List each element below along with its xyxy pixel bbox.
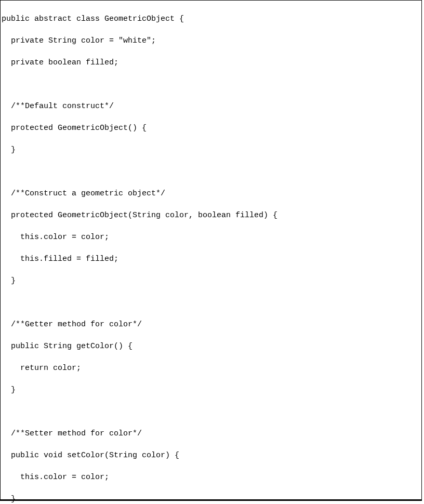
code-line: /**Default construct*/ bbox=[2, 101, 421, 112]
code-line bbox=[2, 79, 421, 90]
code-line: private boolean filled; bbox=[2, 57, 421, 68]
code-line: private String color = "white"; bbox=[2, 35, 421, 46]
code-line: public void setColor(String color) { bbox=[2, 450, 421, 461]
code-line: public String getColor() { bbox=[2, 341, 421, 352]
code-line: } bbox=[2, 144, 421, 155]
code-line: /**Getter method for color*/ bbox=[2, 319, 421, 330]
code-line: return color; bbox=[2, 363, 421, 374]
code-line bbox=[2, 166, 421, 177]
code-line: protected GeometricObject(String color, … bbox=[2, 210, 421, 221]
code-line: this.color = color; bbox=[2, 232, 421, 243]
code-line: } bbox=[2, 384, 421, 395]
code-line: protected GeometricObject() { bbox=[2, 123, 421, 134]
code-line bbox=[2, 297, 421, 308]
code-line: /**Setter method for color*/ bbox=[2, 428, 421, 439]
code-line bbox=[2, 406, 421, 417]
code-line: this.filled = filled; bbox=[2, 254, 421, 264]
code-line: } bbox=[2, 275, 421, 286]
code-line: public abstract class GeometricObject { bbox=[2, 14, 421, 24]
code-block: public abstract class GeometricObject { … bbox=[0, 0, 422, 501]
code-line: this.color = color; bbox=[2, 472, 421, 483]
code-line: } bbox=[2, 494, 421, 504]
code-line: /**Construct a geometric object*/ bbox=[2, 188, 421, 199]
